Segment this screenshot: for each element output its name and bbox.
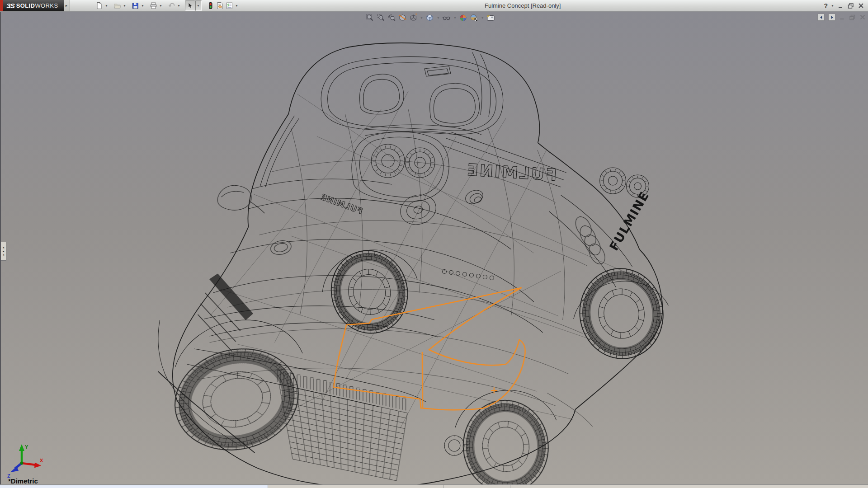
- display-style-button[interactable]: [425, 13, 434, 22]
- select-button[interactable]: [185, 0, 195, 11]
- orientation-triad: Y X Z: [4, 443, 45, 479]
- apply-scene-button[interactable]: [470, 13, 479, 22]
- toolbar-separator: ▼: [481, 16, 484, 19]
- new-document-dropdown[interactable]: ▼: [104, 1, 109, 10]
- title-bar: ЗS SOLIDWORKS ▸ ▼ ▼ ▼ ▼: [0, 0, 868, 12]
- chevron-left-icon: ◂: [3, 249, 4, 253]
- previous-document-button[interactable]: [817, 14, 825, 21]
- body-panel-lines: [158, 179, 669, 453]
- options-checklist-icon: [226, 2, 233, 9]
- print-button[interactable]: [149, 1, 158, 10]
- view-orientation-icon: [409, 14, 418, 22]
- solidworks-logo: ЗS SOLIDWORKS: [0, 0, 64, 11]
- document-restore-button[interactable]: [849, 14, 856, 20]
- open-dropdown[interactable]: ▼: [122, 1, 127, 10]
- rear-fascia: [352, 125, 566, 202]
- minimize-button[interactable]: [837, 2, 844, 9]
- restore-button[interactable]: [847, 2, 854, 9]
- select-cursor-icon: [186, 2, 194, 9]
- chevron-left-icon: ◂: [3, 253, 4, 257]
- solidworks-window: { "titlebar": { "logo_mark": "ЗS", "bran…: [0, 0, 868, 488]
- previous-view-icon: [387, 14, 396, 22]
- hide-show-items-button[interactable]: [442, 13, 451, 22]
- brand-text: SOLIDWORKS: [16, 2, 58, 9]
- open-button[interactable]: [113, 1, 122, 10]
- hub-detail: [444, 436, 464, 455]
- options-button[interactable]: [225, 1, 234, 10]
- toolbar-separator: ▼: [453, 16, 457, 19]
- construction-lines: [211, 91, 642, 428]
- display-style-icon: [425, 14, 434, 22]
- chevron-left-icon: ◂: [3, 246, 4, 249]
- file-properties-icon: [216, 2, 224, 9]
- status-divider: [443, 485, 443, 488]
- save-icon: [132, 2, 139, 9]
- help-dropdown[interactable]: ▼: [831, 4, 834, 7]
- zoom-to-area-button[interactable]: [376, 13, 385, 22]
- status-divider: [663, 485, 663, 488]
- document-minimize-button[interactable]: [839, 14, 845, 20]
- save-button[interactable]: [131, 1, 140, 10]
- section-view-button[interactable]: [398, 13, 407, 22]
- zoom-to-fit-button[interactable]: [365, 13, 374, 22]
- rear-light-right: [600, 168, 626, 194]
- eyeglasses-icon: [442, 14, 451, 22]
- view-orientation-button[interactable]: [409, 13, 418, 22]
- close-button[interactable]: [858, 2, 864, 9]
- select-dropdown[interactable]: ▼: [195, 0, 202, 11]
- toolbar-separator: ▼: [420, 16, 423, 19]
- status-message-area: [0, 485, 268, 488]
- y-axis-arrow: [19, 444, 24, 451]
- model-lettering: FULMINE FULMINE FULMINE: [319, 160, 651, 253]
- print-icon: [150, 2, 157, 9]
- model-name-right-flank: FULMINE: [607, 189, 652, 253]
- model-name-rear: FULMINE: [465, 160, 557, 184]
- previous-view-button[interactable]: [387, 13, 396, 22]
- document-window-controls: [817, 14, 866, 21]
- status-bar: [0, 484, 868, 488]
- print-dropdown[interactable]: ▼: [158, 1, 164, 10]
- status-divider: [268, 485, 268, 488]
- scene-sphere-icon: [470, 14, 478, 22]
- window-controls: ? ▼: [824, 0, 865, 11]
- menu-expand-arrow[interactable]: ▸: [64, 0, 70, 11]
- document-title: Fulmine Concept [Read-only]: [485, 2, 561, 9]
- view-settings-icon: [486, 14, 495, 22]
- graphics-area[interactable]: ▼ ▼ ▼: [0, 12, 868, 485]
- toolbar-separator: ▼: [437, 16, 440, 19]
- undo-icon: [168, 2, 175, 9]
- options-dropdown[interactable]: ▼: [234, 1, 240, 10]
- rear-right-wheel: [573, 262, 670, 366]
- save-dropdown[interactable]: ▼: [140, 1, 146, 10]
- next-document-button[interactable]: [828, 14, 835, 21]
- status-divider: [510, 485, 510, 488]
- zoom-to-area-icon: [377, 14, 385, 22]
- arrow-right-icon: [830, 15, 834, 19]
- front-left-wheel: [164, 336, 309, 463]
- document-close-button[interactable]: [859, 14, 866, 20]
- main-toolbar: ▼ ▼ ▼ ▼ ▼: [94, 0, 243, 11]
- appearance-sphere-icon: [459, 14, 467, 22]
- edit-appearance-button[interactable]: [459, 13, 468, 22]
- feature-manager-collapsed-tab[interactable]: ◂ ◂ ◂: [1, 242, 6, 261]
- view-orientation-label: *Dimetric: [8, 477, 38, 485]
- view-settings-button[interactable]: [486, 13, 495, 22]
- y-axis-label: Y: [25, 444, 28, 450]
- new-document-icon: [95, 2, 103, 9]
- model-name-left-sill: FULMINE: [319, 192, 364, 216]
- help-button[interactable]: ?: [824, 2, 828, 9]
- section-view-icon: [398, 14, 407, 22]
- rebuild-button[interactable]: [206, 1, 215, 10]
- undo-dropdown[interactable]: ▼: [176, 1, 182, 10]
- x-axis-arrow: [34, 463, 41, 468]
- x-axis-label: X: [40, 458, 43, 463]
- rebuild-traffic-light-icon: [207, 2, 214, 9]
- model-viewport[interactable]: FULMINE FULMINE FULMINE: [1, 12, 868, 485]
- new-document-button[interactable]: [94, 1, 104, 10]
- open-folder-icon: [113, 2, 121, 9]
- headsup-view-toolbar: ▼ ▼ ▼: [365, 13, 495, 22]
- arrow-left-icon: [819, 15, 823, 19]
- undo-button[interactable]: [167, 1, 176, 10]
- logo-mark: ЗS: [6, 2, 14, 9]
- file-properties-button[interactable]: [215, 1, 225, 10]
